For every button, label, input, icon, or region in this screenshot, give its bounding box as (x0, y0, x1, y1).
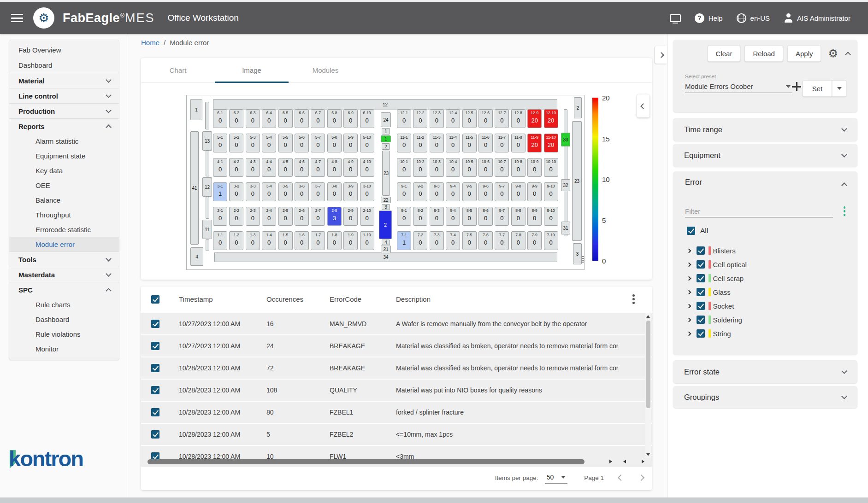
scroll-down-icon[interactable] (646, 453, 650, 456)
sidebar-item-monitor[interactable]: Monitor (9, 341, 119, 356)
module-cell-5-9[interactable]: 5-90 (343, 134, 358, 152)
sidebar-item-balance[interactable]: Balance (9, 193, 119, 207)
row-checkbox[interactable] (151, 386, 159, 394)
monitor-button[interactable] (670, 14, 681, 22)
expand-chevron-icon[interactable] (687, 317, 691, 322)
module-cell-1-9[interactable]: 1-90 (343, 231, 358, 250)
module-cell-8-10[interactable]: 8-100 (544, 207, 558, 226)
module-cell-7-1[interactable]: 7-11 (397, 231, 411, 250)
module-cell-6-8[interactable]: 6-80 (327, 109, 342, 128)
sidebar-item-spc[interactable]: SPC (9, 282, 119, 297)
module-cell-2-10[interactable]: 2-100 (360, 207, 374, 226)
next-page-button[interactable] (638, 474, 644, 481)
module-cell-8-3[interactable]: 8-30 (430, 207, 444, 226)
sidebar-item-errorcode-statistic[interactable]: Errorcode statistic (9, 222, 119, 237)
module-cell-6-9[interactable]: 6-90 (343, 109, 358, 128)
module-cell-5-1[interactable]: 5-10 (213, 134, 227, 152)
clear-button[interactable]: Clear (708, 45, 741, 62)
error-tree-item-cell-optical[interactable]: Cell optical (673, 257, 857, 271)
module-cell-3-5[interactable]: 3-50 (278, 182, 293, 201)
table-row[interactable]: 10/28/2023 12:00 AM72BREAKAGEMaterial wa… (141, 357, 652, 379)
expand-chevron-icon[interactable] (687, 248, 691, 253)
table-row[interactable]: 10/28/2023 12:00 AM108QUALITYMaterial wa… (141, 380, 652, 401)
panel-collapse-icon[interactable] (845, 52, 851, 58)
error-item-checkbox[interactable] (697, 302, 705, 310)
module-cell-9-4[interactable]: 9-40 (446, 182, 460, 201)
module-cell-4-1[interactable]: 4-10 (213, 158, 227, 177)
row-checkbox[interactable] (151, 342, 159, 350)
column-header-description[interactable]: Description (396, 287, 431, 312)
module-cell-12-10[interactable]: 12-1020 (544, 109, 558, 128)
module-cell-5-7[interactable]: 5-70 (311, 134, 325, 152)
table-row[interactable]: 10/27/2023 12:00 AM16MAN_RMVDA Wafer is … (141, 313, 652, 334)
module-cell-7-5[interactable]: 7-50 (462, 231, 477, 250)
error-all-row[interactable]: All (687, 227, 708, 235)
module-cell-12-9[interactable]: 12-920 (527, 109, 542, 128)
sidebar-item-module-error[interactable]: Module error (9, 237, 119, 251)
module-cell-8-4[interactable]: 8-40 (446, 207, 460, 226)
error-tree-item-socket[interactable]: Socket (673, 299, 857, 313)
module-cell-9-9[interactable]: 9-90 (527, 182, 542, 201)
module-cell-9-7[interactable]: 9-70 (495, 182, 509, 201)
module-cell-1-7[interactable]: 1-70 (311, 231, 325, 250)
sidebar-item-production[interactable]: Production (9, 103, 119, 118)
module-cell-5-3[interactable]: 5-30 (246, 134, 260, 152)
expand-chevron-icon[interactable] (687, 331, 691, 336)
module-cell-8-7[interactable]: 8-70 (495, 207, 509, 226)
table-menu-icon[interactable] (632, 294, 635, 304)
expand-chevron-icon[interactable] (687, 290, 691, 294)
tab-modules[interactable]: Modules (289, 58, 362, 82)
module-cell-6-1[interactable]: 6-10 (213, 109, 227, 128)
module-cell-5-2[interactable]: 5-20 (229, 134, 243, 152)
module-cell-4-2[interactable]: 4-20 (229, 158, 243, 177)
error-filter-input[interactable] (685, 205, 833, 217)
row-checkbox[interactable] (151, 320, 159, 328)
module-cell-12-7[interactable]: 12-70 (495, 109, 509, 128)
module-cell-7-6[interactable]: 7-60 (478, 231, 493, 250)
module-cell-10-9[interactable]: 10-90 (527, 158, 542, 177)
error-filter-menu-icon[interactable] (844, 206, 846, 216)
module-cell-8-2[interactable]: 8-20 (413, 207, 427, 226)
module-cell-8-1[interactable]: 8-10 (397, 207, 411, 226)
menu-icon[interactable] (11, 14, 23, 22)
module-cell-2-4[interactable]: 2-40 (262, 207, 276, 226)
module-cell-10-4[interactable]: 10-40 (446, 158, 460, 177)
row-checkbox[interactable] (151, 364, 159, 372)
module-cell-9-3[interactable]: 9-30 (430, 182, 444, 201)
tab-image[interactable]: Image (215, 58, 289, 82)
module-cell-1-10[interactable]: 1-100 (360, 231, 374, 250)
sidebar-item-throughput[interactable]: Throughput (9, 207, 119, 222)
module-cell-3-3[interactable]: 3-30 (246, 182, 260, 201)
breadcrumb-home-link[interactable]: Home (141, 39, 159, 47)
module-cell-2-8[interactable]: 2-83 (327, 207, 342, 226)
error-tree-item-cell-scrap[interactable]: Cell scrap (673, 271, 857, 285)
module-cell-11-10[interactable]: 11-1020 (544, 134, 558, 152)
module-cell-6-10[interactable]: 6-100 (360, 109, 374, 128)
apply-button[interactable]: Apply (787, 45, 821, 62)
module-cell-11-6[interactable]: 11-60 (478, 134, 493, 152)
scroll-up-icon[interactable] (646, 315, 650, 318)
expand-chevron-icon[interactable] (687, 276, 691, 281)
table-row[interactable]: 10/27/2023 12:00 AM24BREAKAGEMaterial wa… (141, 335, 652, 357)
module-cell-2-7[interactable]: 2-70 (311, 207, 325, 226)
module-cell-12-2[interactable]: 12-20 (413, 109, 427, 128)
module-cell-12-5[interactable]: 12-50 (462, 109, 477, 128)
module-cell-5-5[interactable]: 5-50 (278, 134, 293, 152)
image-collapse-button[interactable] (637, 94, 650, 117)
module-cell-6-2[interactable]: 6-20 (229, 109, 243, 128)
module-cell-11-7[interactable]: 11-70 (495, 134, 509, 152)
column-header-occurences[interactable]: Occurences (266, 287, 303, 312)
module-cell-2-1[interactable]: 2-10 (213, 207, 227, 226)
module-cell-3-8[interactable]: 3-80 (327, 182, 342, 201)
error-tree-item-glass[interactable]: Glass (673, 285, 857, 299)
tab-chart[interactable]: Chart (141, 58, 215, 82)
sidebar-item-key-data[interactable]: Key data (9, 163, 119, 178)
module-cell-9-6[interactable]: 9-60 (478, 182, 493, 201)
column-header-timestamp[interactable]: Timestamp (179, 287, 213, 312)
module-cell-7-3[interactable]: 7-30 (430, 231, 444, 250)
gear-icon[interactable]: ⚙ (828, 48, 838, 59)
module-cell-7-7[interactable]: 7-70 (495, 231, 509, 250)
horizontal-scroll-thumb[interactable] (148, 459, 585, 464)
module-cell-11-5[interactable]: 11-50 (462, 134, 477, 152)
module-cell-2-5[interactable]: 2-50 (278, 207, 293, 226)
